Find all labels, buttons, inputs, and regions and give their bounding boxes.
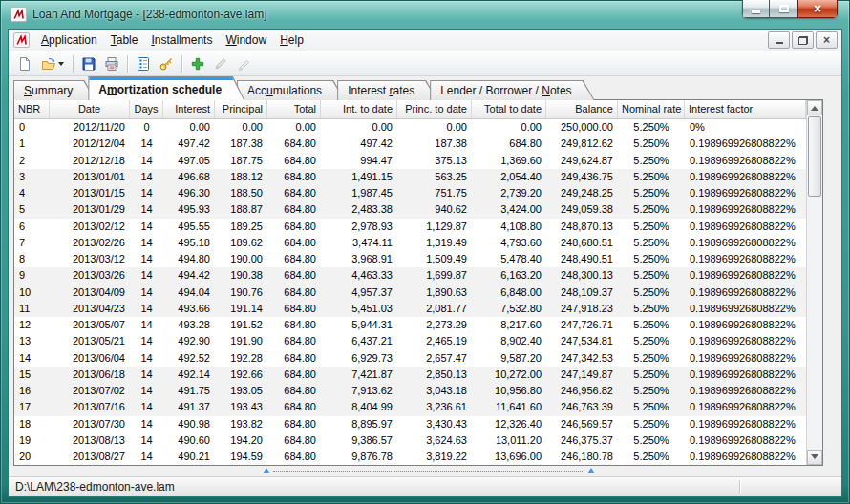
menu-help[interactable]: Help xyxy=(273,31,310,50)
menu-application[interactable]: Application xyxy=(34,31,104,50)
table-row-1[interactable]: 12012/12/0414497.42187.38684.80497.42187… xyxy=(14,136,806,152)
print-button[interactable] xyxy=(100,53,123,74)
cell-nominal-rate: 5.250% xyxy=(618,267,685,284)
cell-days: 14 xyxy=(130,333,163,349)
table-row-3[interactable]: 32013/01/0114496.68188.12684.801,491.155… xyxy=(14,169,806,185)
table-row-10[interactable]: 102013/04/0914494.04190.76684.804,957.37… xyxy=(14,284,806,301)
tab-accumulations[interactable]: Accumulations xyxy=(237,80,345,100)
scrollbar-thumb[interactable] xyxy=(808,116,821,197)
erase-installment-button[interactable] xyxy=(232,53,255,74)
splitter-dotted-line xyxy=(273,471,584,472)
cell-days: 14 xyxy=(130,136,163,152)
cell-total-to-date: 2,739.20 xyxy=(472,185,546,201)
menu-installments[interactable]: Installments xyxy=(144,31,219,50)
cell-total: 684.80 xyxy=(267,449,321,465)
cell-int-to-date: 4,463.33 xyxy=(321,267,397,284)
table-row-9[interactable]: 92013/03/2614494.42190.38684.804,463.331… xyxy=(14,267,806,284)
cell-principal: 189.25 xyxy=(215,219,267,235)
table-row-2[interactable]: 22012/12/1814497.05187.75684.80994.47375… xyxy=(14,153,806,169)
tab-label: Summary xyxy=(13,80,96,97)
mdi-close-button[interactable]: × xyxy=(816,32,838,49)
table-row-6[interactable]: 62013/02/1214495.55189.25684.802,978.931… xyxy=(14,219,806,235)
cell-princ-to-date: 1,890.63 xyxy=(397,284,472,301)
key-button[interactable] xyxy=(155,53,178,74)
cell-interest: 495.18 xyxy=(163,235,215,251)
table-row-0[interactable]: 02012/11/2000.000.000.000.000.000.00250,… xyxy=(14,119,806,136)
column-header-interest-factor: Interest factor xyxy=(685,100,806,118)
cell-princ-to-date: 1,319.49 xyxy=(397,235,472,251)
table-row-12[interactable]: 122013/05/0714493.28191.52684.805,944.31… xyxy=(14,317,806,333)
tab-lender-borrower-notes[interactable]: Lender / Borrower / Notes xyxy=(430,80,594,100)
toolbar xyxy=(9,51,841,76)
menu-window[interactable]: Window xyxy=(219,31,273,50)
cell-principal: 193.05 xyxy=(215,383,267,399)
edit-installment-button[interactable] xyxy=(209,53,232,74)
table-row-11[interactable]: 112013/04/2314493.66191.14684.805,451.03… xyxy=(14,301,806,317)
vertical-scrollbar[interactable] xyxy=(806,100,822,465)
cell-balance: 247,726.71 xyxy=(546,317,618,333)
table-row-8[interactable]: 82013/03/1214494.80190.00684.803,968.911… xyxy=(14,251,806,267)
horizontal-splitter[interactable] xyxy=(13,466,823,475)
scroll-up-button[interactable] xyxy=(807,100,822,116)
cell-int-to-date: 0.00 xyxy=(321,119,397,136)
table-row-5[interactable]: 52013/01/2914495.93188.87684.802,483.389… xyxy=(14,201,806,218)
cell-balance: 249,248.25 xyxy=(546,185,618,201)
mdi-minimize-button[interactable] xyxy=(768,32,790,49)
cell-principal: 193.43 xyxy=(215,399,267,415)
table-row-4[interactable]: 42013/01/1514496.30188.50684.801,987.457… xyxy=(14,185,806,201)
tab-label: Accumulations xyxy=(237,80,345,97)
menu-table[interactable]: Table xyxy=(104,31,145,50)
table-row-18[interactable]: 182013/07/3014490.98193.82684.808,895.97… xyxy=(14,416,806,432)
cell-interest-factor: 0.198969926808822% xyxy=(685,317,806,333)
new-button[interactable] xyxy=(13,53,36,74)
mdi-restore-button[interactable] xyxy=(792,32,814,49)
table-row-15[interactable]: 152013/06/1814492.14192.66684.807,421.87… xyxy=(14,367,806,383)
maximize-button[interactable] xyxy=(770,0,797,18)
table-row-7[interactable]: 72013/02/2614495.18189.62684.803,474.111… xyxy=(14,235,806,251)
save-button[interactable] xyxy=(77,53,100,74)
cell-total: 684.80 xyxy=(267,399,321,415)
table-row-20[interactable]: 202013/08/2714490.21194.59684.809,876.78… xyxy=(14,449,806,465)
cell-balance: 249,624.87 xyxy=(546,153,618,169)
cell-interest-factor: 0.198969926808822% xyxy=(685,399,806,415)
table-row-14[interactable]: 142013/06/0414492.52192.28684.806,929.73… xyxy=(14,350,806,367)
cell-balance: 246,763.39 xyxy=(546,399,618,415)
cell-interest: 493.66 xyxy=(163,301,215,317)
cell-total-to-date: 12,326.40 xyxy=(472,416,546,432)
cell-princ-to-date: 1,129.87 xyxy=(397,219,472,235)
cell-int-to-date: 6,929.73 xyxy=(321,350,397,367)
cell-principal: 191.52 xyxy=(215,317,267,333)
cell-nominal-rate: 5.250% xyxy=(618,432,685,449)
cell-nbr: 11 xyxy=(14,301,50,317)
scroll-down-button[interactable] xyxy=(807,450,822,465)
table-row-17[interactable]: 172013/07/1614491.37193.43684.808,404.99… xyxy=(14,399,806,415)
add-installment-button[interactable] xyxy=(186,53,209,74)
cell-total: 684.80 xyxy=(267,333,321,349)
cell-principal: 191.90 xyxy=(215,333,267,349)
cell-interest: 495.93 xyxy=(163,201,215,218)
cell-total: 684.80 xyxy=(267,219,321,235)
cell-interest-factor: 0.198969926808822% xyxy=(685,185,806,201)
toolbar-separator xyxy=(73,55,74,73)
cell-principal: 192.28 xyxy=(215,350,267,367)
table-row-19[interactable]: 192013/08/1314490.60194.20684.809,386.57… xyxy=(14,432,806,449)
cell-princ-to-date: 751.75 xyxy=(397,185,472,201)
tab-summary[interactable]: Summary xyxy=(13,80,96,100)
cell-princ-to-date: 187.38 xyxy=(397,136,472,152)
minimize-button[interactable] xyxy=(742,0,770,18)
cell-date: 2013/05/07 xyxy=(50,317,130,333)
cell-princ-to-date: 2,850.13 xyxy=(397,367,472,383)
status-bar-separator xyxy=(739,480,740,494)
cell-interest: 496.68 xyxy=(163,169,215,185)
cell-days: 14 xyxy=(130,219,163,235)
title-bar[interactable]: Loan And Mortgage - [238-edmonton-ave.la… xyxy=(0,0,850,29)
table-row-16[interactable]: 162013/07/0214491.75193.05684.807,913.62… xyxy=(14,383,806,399)
open-button[interactable] xyxy=(36,53,69,74)
tab-amortization-schedule[interactable]: Amortization schedule xyxy=(88,76,244,100)
cell-princ-to-date: 3,819.22 xyxy=(397,449,472,465)
table-row-13[interactable]: 132013/05/2114492.90191.90684.806,437.21… xyxy=(14,333,806,349)
loan-properties-button[interactable] xyxy=(132,53,155,74)
tab-interest-rates[interactable]: Interest rates xyxy=(337,80,437,100)
cell-date: 2012/12/04 xyxy=(50,136,130,152)
close-button[interactable]: × xyxy=(797,0,838,18)
